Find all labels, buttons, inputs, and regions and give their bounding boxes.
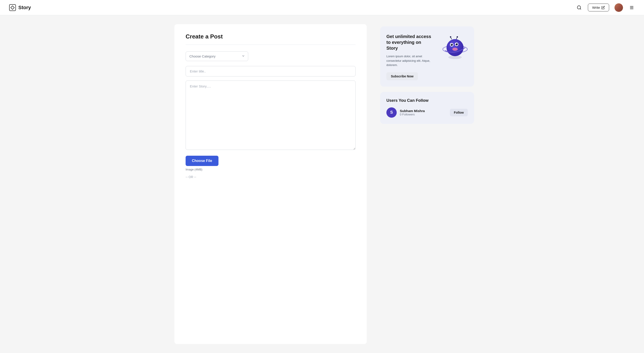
- logo: Story: [9, 4, 31, 11]
- avatar[interactable]: [614, 3, 623, 12]
- category-dropdown[interactable]: Choose Category Technology Science Cultu…: [186, 52, 248, 61]
- file-upload-section: Choose File Image (4MB) -- OR --: [186, 156, 356, 179]
- search-icon: [577, 5, 582, 10]
- header: Story Write: [0, 0, 644, 15]
- hamburger-icon: [629, 5, 634, 10]
- form-divider: [186, 45, 356, 45]
- logo-text: Story: [18, 5, 31, 11]
- user-avatar: S: [386, 107, 397, 118]
- follow-card: Users You Can Follow S Subham Mishra 0 F…: [380, 92, 474, 124]
- avatar-image: [614, 3, 623, 12]
- search-button[interactable]: [576, 4, 582, 11]
- svg-rect-0: [10, 5, 16, 11]
- subscribe-card: Get unlimited access to everything on St…: [380, 27, 474, 87]
- or-divider: -- OR --: [186, 175, 356, 179]
- menu-button[interactable]: [628, 4, 635, 11]
- svg-point-12: [456, 43, 456, 44]
- svg-point-14: [450, 36, 451, 38]
- user-info: Subham Mishra 0 Followers: [400, 109, 447, 116]
- file-hint: Image (4MB): [186, 168, 356, 171]
- svg-point-9: [450, 44, 452, 45]
- subscribe-button[interactable]: Subscribe Now: [386, 72, 418, 80]
- svg-point-6: [452, 48, 458, 51]
- user-name: Subham Mishra: [400, 109, 447, 113]
- edit-icon: [601, 6, 605, 10]
- planet-svg: [438, 31, 470, 62]
- write-button[interactable]: Write: [588, 4, 609, 12]
- create-post-form: Create a Post Choose Category Technology…: [174, 24, 367, 344]
- planet-illustration: [438, 31, 470, 63]
- subscribe-card-content: Get unlimited access to everything on St…: [386, 34, 431, 80]
- sidebar: Get unlimited access to everything on St…: [380, 24, 474, 344]
- user-row: S Subham Mishra 0 Followers Follow: [386, 107, 468, 118]
- subscribe-card-desc: Lorem ipsum dolor, sit amet consectetur …: [386, 54, 431, 67]
- story-textarea[interactable]: [186, 81, 356, 150]
- category-select-wrapper: Choose Category Technology Science Cultu…: [186, 52, 248, 61]
- main-container: Create a Post Choose Category Technology…: [161, 15, 483, 353]
- user-followers: 0 Followers: [400, 113, 447, 116]
- follow-button[interactable]: Follow: [450, 109, 468, 116]
- logo-icon: [9, 4, 16, 11]
- header-right: Write: [576, 3, 635, 12]
- svg-point-1: [577, 6, 581, 9]
- choose-file-button[interactable]: Choose File: [186, 156, 218, 166]
- page-title: Create a Post: [186, 33, 356, 40]
- title-input[interactable]: [186, 66, 356, 77]
- follow-card-title: Users You Can Follow: [386, 98, 468, 103]
- svg-point-16: [456, 36, 458, 38]
- subscribe-card-title: Get unlimited access to everything on St…: [386, 34, 431, 51]
